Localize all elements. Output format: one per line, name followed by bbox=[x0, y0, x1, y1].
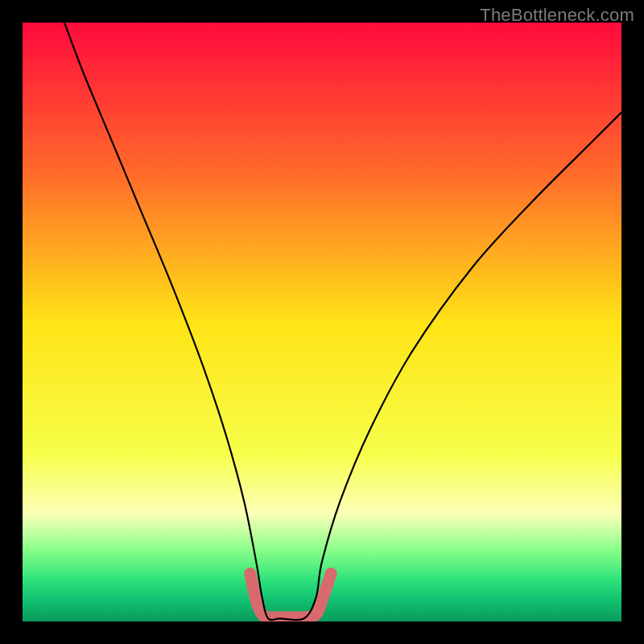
bottleneck-chart-svg bbox=[23, 23, 621, 621]
chart-area bbox=[23, 23, 621, 621]
watermark-text: TheBottleneck.com bbox=[480, 5, 634, 26]
gradient-background bbox=[23, 23, 621, 621]
